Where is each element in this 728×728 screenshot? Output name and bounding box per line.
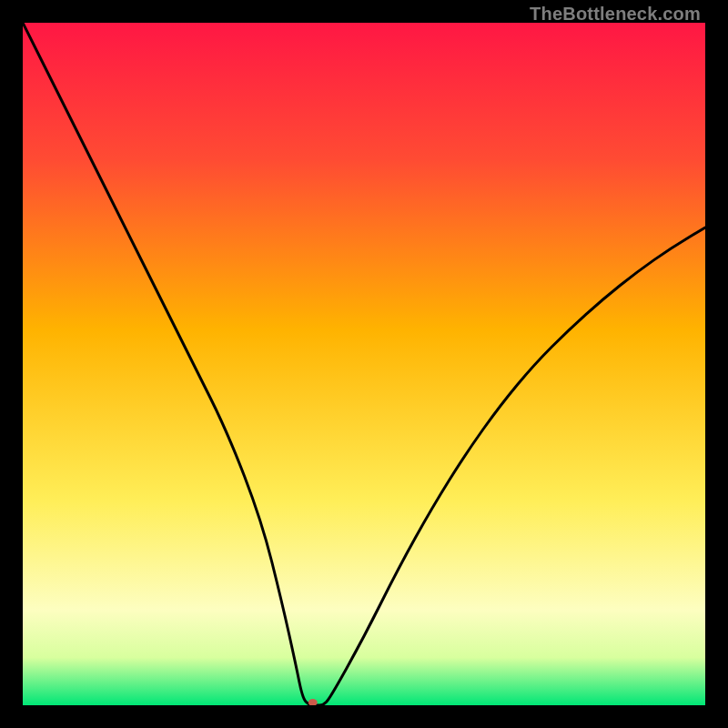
gradient-background: [23, 23, 705, 705]
watermark-text: TheBottleneck.com: [530, 4, 701, 25]
bottleneck-chart: [23, 23, 705, 705]
plot-area: [23, 23, 705, 705]
chart-frame: TheBottleneck.com: [0, 0, 728, 728]
